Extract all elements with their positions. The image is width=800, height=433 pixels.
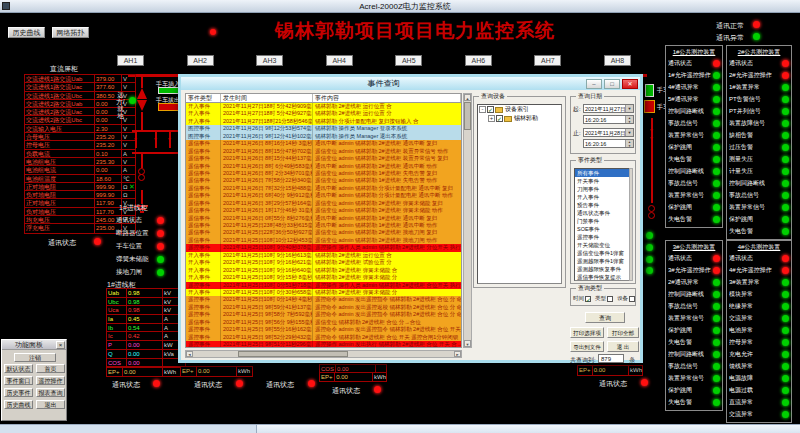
function-button[interactable]: 退出 [36,400,65,409]
event-table-row[interactable]: 遥信事件 2021年11月26日 8时 6分49秒583毫秒 通讯中断 admi… [186,163,461,170]
date-to-combo[interactable]: 2021年11月28日 ▼ [583,128,634,137]
result-count-field[interactable]: 879 [598,354,624,363]
tree-node-label[interactable]: 锡林郭勒 [514,114,538,123]
event-table-row[interactable]: 遥控事件 2021年11月25日 9时58分 7秒592毫秒 遥控命令 admi… [186,311,461,318]
horizontal-scrollbar[interactable]: ◄ ► [185,350,462,358]
scrollbar-thumb[interactable] [238,351,348,357]
feeder-button[interactable]: AH6 [465,55,492,66]
column-header-type[interactable]: 事件类型 [186,94,221,102]
event-table-row[interactable]: 遥信事件 2021年11月26日 8时15分44秒137毫秒 遥信变位 admi… [186,155,461,162]
event-table-row[interactable]: 遥控事件 2021年11月25日10时 0分51秒718毫秒 遥控操作 操作人员… [186,282,461,289]
feeder-button[interactable]: AH7 [534,55,561,66]
event-table-row[interactable]: 遥信事件 2021年11月25日10时10分12秒453毫秒 遥信变位 admi… [186,237,461,244]
tree-expand-icon[interactable]: + [488,115,495,122]
minimize-button[interactable]: – [586,79,602,89]
time-from-spinner[interactable]: 16:20:16 ▲▼ [583,115,634,124]
print-all-button[interactable]: 打印全部 [607,327,639,338]
checkbox-icon[interactable] [607,296,613,302]
scroll-right-icon[interactable]: ► [454,351,461,357]
event-table-row[interactable]: 遥信事件 2021年11月26日 7时58分22秒340毫秒 遥信变位 admi… [186,177,461,184]
taskbar-window-button[interactable] [0,425,257,433]
checkbox-checked-icon[interactable]: ✓ [496,115,503,122]
spinner-icon[interactable]: ▲▼ [625,140,633,147]
history-curve-button[interactable]: 历史曲线 [8,27,45,38]
query-button[interactable]: 查询 [585,312,625,323]
function-button[interactable]: 历史事件 [4,388,33,397]
spin-down-icon[interactable]: ▼ [626,120,633,124]
scroll-down-icon[interactable]: ▼ [464,340,471,347]
function-button[interactable]: 报表查询 [36,388,65,397]
event-table-row[interactable]: 开入事件 2021年11月27日18时 5分42秒927毫秒 锡林郭勒 2#进线… [186,110,461,117]
close-icon[interactable]: × [56,341,65,349]
feeder-button[interactable]: AH8 [604,55,631,66]
event-type-item[interactable]: 遥测越限恢复事件 [575,265,629,273]
event-table-row[interactable]: 遥信事件 2021年11月26日 8时 2分34秒701毫秒 遥信变位 admi… [186,170,461,177]
event-table-row[interactable]: 图控事件 2021年11月26日 9时12分53秒574毫秒 锡林郭勒 操作员 … [186,125,461,132]
function-button[interactable]: 遥控操作 [36,376,65,385]
event-type-item[interactable]: 遥信变位事件1弹窗 [575,249,629,257]
feeder-button[interactable]: AH5 [395,55,422,66]
close-button[interactable]: ✕ [622,79,638,89]
query-type-option[interactable]: 设备 [617,295,636,302]
device-tree[interactable]: - ✓ 设备索引 + ✓ 锡林郭勒 [477,104,562,284]
tree-node-child[interactable]: + ✓ 锡林郭勒 [487,114,561,123]
event-table-row[interactable]: 遥信事件 2021年11月26日 6时40分 9秒912毫秒 通讯中断 admi… [186,192,461,199]
scroll-up-icon[interactable]: ▲ [464,94,471,101]
event-table-row[interactable]: 开入事件 2021年11月27日18时21分58秒546毫秒 锡林郭勒 分项计量… [186,118,461,125]
print-selected-button[interactable]: 打印选择项 [570,327,604,338]
event-table-row[interactable]: 开入事件 2021年11月25日10时 0分30秒658毫秒 锡林郭勒 2#进线… [186,289,461,296]
event-type-item[interactable]: 遥信事件恢复提示 [575,273,629,281]
checkbox-icon[interactable]: ✓ [585,296,591,302]
event-table-row[interactable]: 遥信事件 2021年11月26日 8时16分14秒 3毫秒 通讯中断 admin… [186,140,461,147]
event-type-item[interactable]: 所有事件 [575,169,629,177]
tree-node-label[interactable]: 设备索引 [505,105,529,114]
checkbox-icon[interactable] [629,296,635,302]
event-table-row[interactable]: 遥控事件 2021年11月25日 9时59分41秒137毫秒 遥控命令 admi… [186,304,461,311]
event-table-row[interactable]: 遥控事件 2021年11月25日 9时55分16秒162毫秒 遥控命令 admi… [186,326,461,333]
query-type-option[interactable]: 时间 ✓ [573,295,592,302]
scroll-left-icon[interactable]: ◄ [186,351,193,357]
chevron-down-icon[interactable]: ▼ [625,129,633,136]
feeder-button[interactable]: AH2 [187,55,214,66]
tree-node-root[interactable]: - ✓ 设备索引 [478,105,561,114]
event-table-row[interactable]: 遥控事件 2021年11月25日 9时52分29秒432毫秒 遥控命令 锡林郭勒… [186,334,461,341]
feeder-button[interactable]: AH1 [117,55,144,66]
checkbox-checked-icon[interactable]: ✓ [487,106,494,113]
event-type-item[interactable]: 遥控事件 [575,233,629,241]
dialog-titlebar[interactable]: 事件查询 – □ ✕ [181,77,640,90]
query-type-option[interactable]: 类型 [595,295,614,302]
feeder-button[interactable]: AH4 [326,55,353,66]
event-table-row[interactable]: 遥信事件 2021年11月26日 7时32分15秒488毫秒 通讯中断 admi… [186,185,461,192]
time-to-spinner[interactable]: 16:20:16 ▲▼ [583,139,634,148]
event-table-row[interactable]: 遥控事件 2021年11月25日10时 9分40秒378毫秒 遥控操作 操作人员… [186,244,461,251]
list-scrollbar[interactable] [629,168,633,281]
event-table-row[interactable]: 遥信事件 2021年11月26日 8时15分47秒702毫秒 遥信变位 admi… [186,148,461,155]
event-table-row[interactable]: 遥信事件 2021年11月25日23时48分33秒615毫秒 通讯中断 admi… [186,222,461,229]
function-panel-titlebar[interactable]: 功能面板 × [2,340,66,350]
event-type-list[interactable]: 所有事件 开关事件 刀闸事件 开入事件 预告事件 通讯状态事件 门禁事件 SO [574,168,630,281]
event-table-row[interactable]: 图控事件 2021年11月26日 9时12分41秒102毫秒 锡林郭勒 操作员 … [186,133,461,140]
function-button[interactable]: 首页 [36,364,65,373]
event-type-item[interactable]: 通讯状态事件 [575,209,629,217]
function-button[interactable]: 历史曲线 [4,400,33,409]
event-table-row[interactable]: 开入事件 2021年11月27日18时 5分42秒909毫秒 锡林郭勒 2#进线… [186,103,461,110]
event-table-row[interactable]: 遥控事件 2021年11月25日 9时51分11秒296毫秒 遥控操作 admi… [186,341,461,348]
event-type-item[interactable]: 门禁事件 [575,217,629,225]
chevron-down-icon[interactable]: ▼ [625,105,633,112]
network-topology-button[interactable]: 网络拓扑 [52,27,89,38]
event-table-row[interactable]: 开入事件 2021年11月25日10时 9分15秒 8毫秒 锡林郭勒 2#进线柜… [186,274,461,281]
event-table-row[interactable]: 遥信事件 2021年11月26日 1时17分46秒 31毫秒 遥信变位 admi… [186,207,461,214]
function-button[interactable]: 默认状态 [4,364,33,373]
event-type-item[interactable]: SOE事件 [575,225,629,233]
exit-button[interactable]: 退 出 [607,341,639,352]
spin-down-icon[interactable]: ▼ [626,144,633,148]
column-header-time[interactable]: 发生时间 [221,94,313,102]
event-type-item[interactable]: 开入事件 [575,193,629,201]
app-titlebar[interactable]: Acrel-2000Z电力监控系统 [0,0,800,13]
event-table-row[interactable]: 遥控事件 2021年11月25日10时 0分14秒 4毫秒 遥控命令 admin… [186,296,461,303]
event-table-row[interactable]: 开入事件 2021年11月25日10时 9分16秒640毫秒 锡林郭勒 2#进线… [186,267,461,274]
event-type-item[interactable]: 预告事件 [575,201,629,209]
logout-button[interactable]: 注销 [14,353,56,362]
function-button[interactable]: 事件窗口 [4,376,33,385]
event-table-row[interactable]: 遥信事件 2021年11月25日22时36分50秒927毫秒 遥信变位 admi… [186,229,461,236]
